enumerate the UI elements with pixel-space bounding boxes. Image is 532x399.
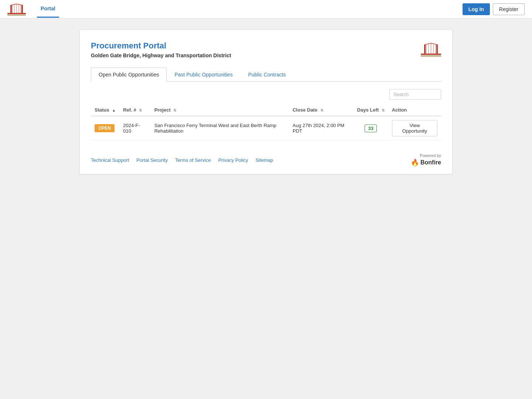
status-badge: OPEN: [95, 124, 115, 132]
col-days-left[interactable]: Days Left ⇅: [354, 104, 388, 116]
table-toolbar: [91, 89, 441, 100]
cell-ref: 2024-F-010: [119, 116, 150, 140]
col-close-date[interactable]: Close Date ⇅: [289, 104, 354, 116]
main-content: Procurement Portal Golden Gate Bridge, H…: [79, 30, 453, 174]
svg-rect-8: [7, 14, 26, 16]
bonfire-flame-icon: 🔥: [411, 158, 419, 167]
logo-bridge-icon: [7, 2, 26, 17]
sort-both-icon-3: ⇅: [320, 108, 323, 112]
svg-rect-10: [424, 44, 426, 54]
svg-rect-9: [421, 54, 441, 55]
svg-rect-1: [10, 5, 12, 13]
footer-link-terms[interactable]: Terms of Service: [175, 157, 211, 163]
svg-rect-11: [436, 44, 438, 54]
footer-links: Technical Support Portal Security Terms …: [91, 157, 273, 163]
portal-logo-icon: GOLDEN GATE: [421, 41, 441, 58]
table-row: OPEN 2024-F-010 San Francisco Ferry Term…: [91, 116, 441, 140]
sort-both-icon: ⇅: [139, 108, 142, 112]
col-action: Action: [388, 104, 441, 116]
cell-days-left: 33: [354, 116, 388, 140]
portal-header-text: Procurement Portal Golden Gate Bridge, H…: [91, 41, 231, 58]
sort-both-icon-2: ⇅: [173, 108, 176, 112]
opportunities-table: Status ▲ Ref. # ⇅ Project ⇅ Close Date ⇅…: [91, 104, 441, 140]
footer-link-privacy[interactable]: Privacy Policy: [218, 157, 248, 163]
portal-footer: Technical Support Portal Security Terms …: [91, 150, 441, 167]
cell-project: San Francisco Ferry Terminal West and Ea…: [151, 116, 289, 140]
tab-past-opportunities[interactable]: Past Public Opportunities: [167, 68, 240, 82]
portal-title: Procurement Portal: [91, 41, 231, 51]
table-body: OPEN 2024-F-010 San Francisco Ferry Term…: [91, 116, 441, 140]
nav-auth-buttons: Log In Register: [463, 3, 525, 15]
site-logo: [7, 2, 26, 17]
bonfire-label: Bonfire: [420, 159, 441, 166]
portal-header: Procurement Portal Golden Gate Bridge, H…: [91, 41, 441, 58]
sort-asc-icon: ▲: [112, 108, 116, 112]
cell-close-date: Aug 27th 2024, 2:00 PM PDT: [289, 116, 354, 140]
col-ref[interactable]: Ref. # ⇅: [119, 104, 150, 116]
login-button[interactable]: Log In: [463, 3, 490, 15]
footer-link-sitemap[interactable]: Sitemap: [256, 157, 273, 163]
col-status[interactable]: Status ▲: [91, 104, 119, 116]
svg-rect-2: [21, 5, 23, 13]
footer-link-technical-support[interactable]: Technical Support: [91, 157, 129, 163]
tab-open-opportunities[interactable]: Open Public Opportunities: [91, 68, 167, 82]
svg-text:GOLDEN GATE: GOLDEN GATE: [426, 57, 436, 58]
tabs-container: Open Public Opportunities Past Public Op…: [91, 68, 441, 82]
svg-rect-17: [421, 55, 441, 57]
svg-rect-0: [7, 13, 26, 14]
cell-status: OPEN: [91, 116, 119, 140]
top-navigation: Portal Log In Register: [0, 0, 532, 18]
table-header: Status ▲ Ref. # ⇅ Project ⇅ Close Date ⇅…: [91, 104, 441, 116]
portal-subtitle: Golden Gate Bridge, Highway and Transpor…: [91, 52, 231, 58]
register-button[interactable]: Register: [493, 3, 525, 15]
view-opportunity-button[interactable]: View Opportunity: [392, 120, 437, 136]
sort-both-icon-4: ⇅: [382, 108, 385, 112]
nav-links: Portal: [37, 0, 463, 18]
bonfire-logo: 🔥 Bonfire: [411, 158, 441, 167]
footer-link-portal-security[interactable]: Portal Security: [136, 157, 168, 163]
tab-public-contracts[interactable]: Public Contracts: [241, 68, 294, 82]
cell-action: View Opportunity: [388, 116, 441, 140]
powered-by: Powered by 🔥 Bonfire: [411, 153, 441, 167]
days-left-badge: 33: [365, 125, 376, 132]
col-project[interactable]: Project ⇅: [151, 104, 289, 116]
powered-by-label: Powered by: [420, 153, 441, 158]
nav-portal-link[interactable]: Portal: [37, 0, 59, 18]
search-input[interactable]: [389, 89, 441, 100]
